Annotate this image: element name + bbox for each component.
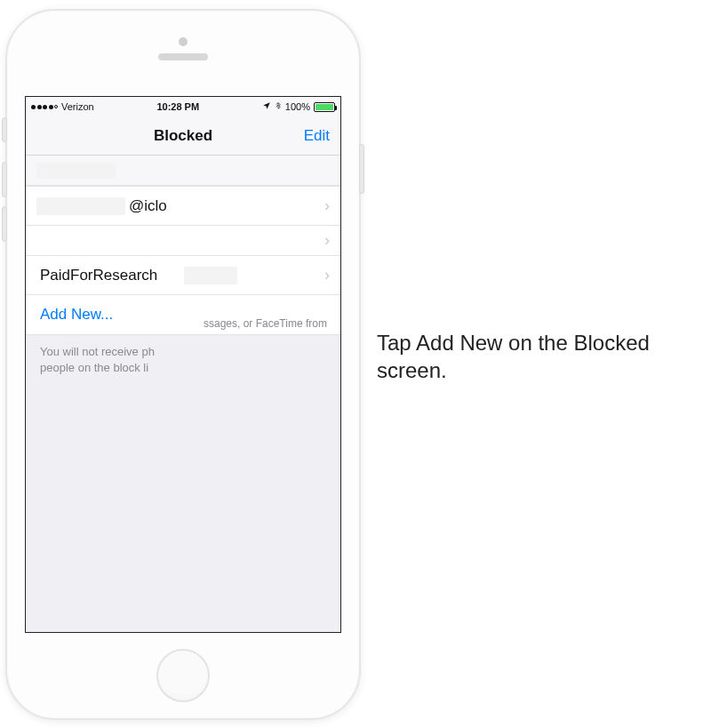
page-title: Blocked bbox=[26, 127, 340, 145]
nav-bar: Blocked Edit bbox=[26, 116, 340, 156]
location-arrow-icon bbox=[262, 101, 271, 112]
bluetooth-icon bbox=[275, 100, 282, 113]
chevron-right-icon: › bbox=[324, 266, 330, 284]
phone-screen: Verizon 10:28 PM 100% Blocked Edit bbox=[25, 96, 341, 633]
instruction-text: Tap Add New on the Blocked screen. bbox=[377, 329, 688, 384]
list-item[interactable]: PaidForResearch › bbox=[26, 256, 340, 295]
phone-frame: Verizon 10:28 PM 100% Blocked Edit bbox=[5, 9, 361, 720]
battery-percent-label: 100% bbox=[285, 101, 310, 112]
footer-help-text: You will not receive ph people on the bl… bbox=[26, 335, 340, 384]
edit-button[interactable]: Edit bbox=[304, 127, 330, 145]
battery-icon bbox=[314, 102, 335, 112]
earpiece-area bbox=[7, 37, 359, 82]
status-left: Verizon bbox=[31, 101, 94, 112]
footer-line-2: people on the block li bbox=[40, 361, 148, 374]
status-time: 10:28 PM bbox=[156, 101, 199, 112]
signal-strength-icon bbox=[31, 105, 58, 109]
carrier-label: Verizon bbox=[61, 101, 94, 112]
mute-switch bbox=[2, 117, 7, 142]
volume-down-button bbox=[2, 206, 7, 242]
front-camera-icon bbox=[179, 37, 188, 46]
list-item[interactable] bbox=[26, 156, 340, 186]
list-item[interactable]: @iclo › bbox=[26, 187, 340, 226]
chevron-right-icon: › bbox=[324, 196, 330, 215]
volume-up-button bbox=[2, 162, 7, 197]
blocked-list: @iclo › › PaidForResearch › Add New... bbox=[26, 186, 340, 335]
status-right: 100% bbox=[262, 100, 335, 113]
earpiece-speaker-icon bbox=[158, 53, 208, 60]
list-item[interactable]: › bbox=[26, 226, 340, 256]
overlap-fragment-text: ssages, or FaceTime from bbox=[204, 317, 327, 330]
home-button[interactable] bbox=[156, 649, 210, 702]
footer-line-1: You will not receive ph bbox=[40, 345, 155, 358]
chevron-right-icon: › bbox=[324, 231, 330, 250]
power-button bbox=[359, 144, 364, 194]
add-new-label: Add New... bbox=[40, 306, 113, 324]
status-bar: Verizon 10:28 PM 100% bbox=[26, 97, 340, 116]
list-item-label: PaidForResearch bbox=[40, 267, 157, 284]
